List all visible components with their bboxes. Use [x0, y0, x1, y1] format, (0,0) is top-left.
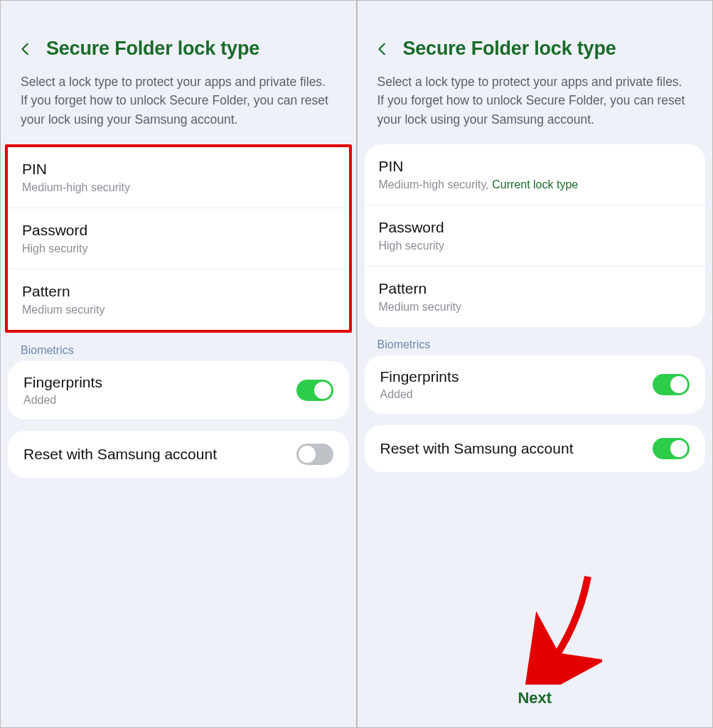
- fingerprints-toggle[interactable]: [653, 374, 690, 395]
- lock-option-subtitle: High security: [379, 240, 692, 252]
- next-button[interactable]: Next: [358, 689, 713, 707]
- header: Secure Folder lock type: [1, 1, 356, 73]
- fingerprints-subtitle: Added: [23, 394, 102, 407]
- back-icon[interactable]: [375, 41, 390, 57]
- fingerprints-row[interactable]: Fingerprints Added: [8, 361, 349, 419]
- biometrics-section-label: Biometrics: [358, 338, 713, 355]
- reset-samsung-row[interactable]: Reset with Samsung account: [365, 425, 706, 472]
- lock-option-pattern[interactable]: Pattern Medium security: [8, 269, 349, 330]
- reset-samsung-title: Reset with Samsung account: [380, 440, 574, 457]
- lock-option-password[interactable]: Password High security: [8, 208, 349, 269]
- page-description: Select a lock type to protect your apps …: [1, 73, 356, 144]
- annotation-arrow-icon: [517, 571, 602, 685]
- lock-option-subtitle: Medium security: [379, 301, 692, 314]
- header: Secure Folder lock type: [358, 1, 713, 73]
- fingerprints-toggle[interactable]: [296, 380, 333, 401]
- lock-option-title: PIN: [22, 161, 335, 178]
- lock-option-title: Pattern: [379, 280, 692, 297]
- lock-option-subtitle: Medium-high security: [22, 181, 335, 194]
- page-title: Secure Folder lock type: [46, 38, 259, 60]
- page-description: Select a lock type to protect your apps …: [358, 73, 713, 144]
- back-icon[interactable]: [18, 41, 33, 57]
- reset-samsung-row[interactable]: Reset with Samsung account: [8, 431, 349, 478]
- reset-samsung-toggle[interactable]: [653, 438, 690, 459]
- lock-option-pin[interactable]: PIN Medium-high security, Current lock t…: [365, 144, 706, 205]
- lock-option-title: PIN: [379, 158, 692, 175]
- lock-option-subtitle: High security: [22, 242, 335, 255]
- lock-option-title: Pattern: [22, 283, 335, 300]
- reset-samsung-toggle[interactable]: [296, 444, 333, 465]
- lock-option-pattern[interactable]: Pattern Medium security: [365, 267, 706, 327]
- fingerprints-title: Fingerprints: [380, 368, 459, 385]
- lock-options-card: PIN Medium-high security Password High s…: [5, 144, 352, 333]
- screenshot-pane-right: Secure Folder lock type Select a lock ty…: [357, 0, 714, 728]
- reset-samsung-title: Reset with Samsung account: [23, 446, 217, 463]
- lock-option-pin[interactable]: PIN Medium-high security: [8, 147, 349, 208]
- page-title: Secure Folder lock type: [403, 38, 616, 60]
- lock-option-password[interactable]: Password High security: [365, 205, 706, 267]
- fingerprints-row[interactable]: Fingerprints Added: [365, 355, 706, 414]
- fingerprints-subtitle: Added: [380, 388, 459, 401]
- screenshot-pane-left: Secure Folder lock type Select a lock ty…: [0, 0, 357, 728]
- biometrics-section-label: Biometrics: [1, 344, 356, 361]
- lock-options-card: PIN Medium-high security, Current lock t…: [365, 144, 706, 327]
- lock-option-subtitle: Medium-high security, Current lock type: [379, 178, 692, 191]
- lock-option-subtitle: Medium security: [22, 304, 335, 316]
- lock-option-title: Password: [22, 222, 335, 239]
- lock-option-title: Password: [379, 219, 692, 236]
- fingerprints-title: Fingerprints: [23, 374, 102, 391]
